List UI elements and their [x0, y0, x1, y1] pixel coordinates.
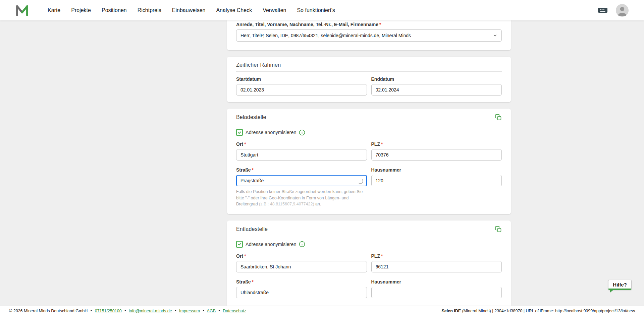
enddatum-label: Enddatum	[371, 76, 502, 82]
info-icon[interactable]	[299, 241, 305, 247]
chevron-down-icon	[493, 33, 497, 38]
entladestelle-hausnummer-input[interactable]	[371, 287, 502, 298]
hausnummer-label: Hausnummer	[371, 167, 502, 173]
enddatum-field: Enddatum	[371, 76, 502, 96]
hausnummer-label: Hausnummer	[371, 279, 502, 285]
beladestelle-card-title: Beladestelle	[236, 114, 266, 120]
beladestelle-strasse-input[interactable]	[236, 175, 367, 186]
beladestelle-plz-input[interactable]	[371, 149, 502, 161]
navbar-right	[598, 4, 629, 17]
copyright-text: © 2026 Mineral Minds Deutschland GmbH	[9, 309, 88, 313]
separator-dot: •	[218, 309, 220, 313]
user-avatar[interactable]	[616, 4, 629, 17]
divider	[236, 71, 502, 72]
footer-link-datenschutz[interactable]: Datenschutz	[223, 309, 246, 313]
footer-link-phone[interactable]: 07151/250100	[95, 309, 122, 313]
beladestelle-card: Beladestelle Adresse anonymisieren	[227, 109, 511, 214]
separator-dot: •	[175, 309, 176, 313]
beladestelle-ort-field: Ort*	[236, 141, 367, 161]
contact-card: Anrede, Titel, Vorname, Nachname, Tel.-N…	[227, 20, 511, 50]
timeframe-card: Zeitlicher Rahmen Startdatum Enddatum	[227, 57, 511, 102]
ort-label-text: Ort	[236, 141, 243, 147]
beladestelle-strasse-field: Straße* Falls die Position keiner Straße…	[236, 167, 367, 207]
required-asterisk: *	[244, 141, 246, 147]
anonymize-checkbox[interactable]	[236, 129, 243, 136]
nav-item-karte[interactable]: Karte	[48, 7, 60, 13]
nav-item-einbauweisen[interactable]: Einbauweisen	[172, 7, 206, 13]
entladestelle-strasse-input[interactable]	[236, 287, 367, 298]
required-asterisk: *	[381, 253, 383, 259]
contact-label-text: Anrede, Titel, Vorname, Nachname, Tel.-N…	[236, 22, 378, 27]
anonymize-checkbox[interactable]	[236, 241, 243, 248]
footer-env-details: (Mineral Minds) | 2304e1d38970 | URL of …	[461, 309, 635, 313]
top-navbar: Karte Projekte Positionen Richtpreis Ein…	[0, 0, 644, 20]
divider	[236, 236, 502, 236]
info-icon[interactable]	[299, 129, 305, 136]
nav-item-so-funktionierts[interactable]: So funktioniert's	[297, 7, 335, 13]
contact-select-value: Herr, TitelP, Selen, IDE, 0987/654321, s…	[240, 33, 411, 38]
required-asterisk: *	[381, 141, 383, 147]
nav-item-verwalten[interactable]: Verwalten	[263, 7, 286, 13]
required-asterisk: *	[379, 22, 381, 27]
plz-label: PLZ*	[371, 141, 502, 147]
entladestelle-plz-input[interactable]	[371, 261, 502, 272]
timeframe-card-title: Zeitlicher Rahmen	[236, 62, 281, 68]
separator-dot: •	[124, 309, 126, 313]
entladestelle-ort-field: Ort*	[236, 253, 367, 272]
plz-label-text: PLZ	[371, 141, 380, 147]
startdatum-label: Startdatum	[236, 76, 367, 82]
copy-icon[interactable]	[495, 226, 502, 233]
strasse-label-text: Straße	[236, 167, 251, 173]
footer-left: © 2026 Mineral Minds Deutschland GmbH • …	[9, 309, 246, 313]
check-icon	[238, 242, 241, 246]
mineral-minds-logo[interactable]	[15, 3, 30, 18]
form-column: Anrede, Titel, Vorname, Nachname, Tel.-N…	[227, 20, 511, 306]
required-asterisk: *	[252, 167, 254, 173]
enddatum-input[interactable]	[371, 84, 502, 96]
entladestelle-hausnummer-field: Hausnummer	[371, 279, 502, 298]
separator-dot: •	[91, 309, 92, 313]
entladestelle-ort-input[interactable]	[236, 261, 367, 272]
server-icon[interactable]	[598, 7, 608, 14]
check-icon	[238, 131, 241, 134]
required-asterisk: *	[252, 279, 254, 285]
strasse-helper-text: Falls die Position keiner Straße zugeord…	[236, 189, 367, 207]
copy-icon[interactable]	[495, 114, 502, 121]
nav-item-positionen[interactable]: Positionen	[102, 7, 127, 13]
logo-icon	[15, 4, 29, 17]
strasse-label-text: Straße	[236, 279, 251, 285]
nav-item-richtpreis[interactable]: Richtpreis	[138, 7, 161, 13]
footer-link-email[interactable]: info@mineral-minds.de	[129, 309, 172, 313]
beladestelle-ort-input[interactable]	[236, 149, 367, 161]
help-button[interactable]: Hilfe?	[608, 280, 632, 290]
startdatum-field: Startdatum	[236, 76, 367, 96]
startdatum-input[interactable]	[236, 84, 367, 96]
beladestelle-plz-field: PLZ*	[371, 141, 502, 161]
strasse-label: Straße*	[236, 279, 367, 285]
helper-text-after: an.	[314, 202, 321, 206]
entladestelle-plz-field: PLZ*	[371, 253, 502, 272]
footer: © 2026 Mineral Minds Deutschland GmbH • …	[0, 306, 644, 316]
nav-item-projekte[interactable]: Projekte	[71, 7, 91, 13]
contact-select[interactable]: Herr, TitelP, Selen, IDE, 0987/654321, s…	[236, 29, 502, 42]
entladestelle-card: Entladestelle Adresse anonymisieren	[227, 220, 511, 306]
beladestelle-hausnummer-field: Hausnummer	[371, 167, 502, 207]
entladestelle-strasse-field: Straße*	[236, 279, 367, 298]
entladestelle-card-title: Entladestelle	[236, 226, 268, 232]
anonymize-label: Adresse anonymisieren	[246, 242, 297, 247]
strasse-label: Straße*	[236, 167, 367, 173]
footer-link-impressum[interactable]: Impressum	[179, 309, 200, 313]
plz-label: PLZ*	[371, 253, 502, 259]
footer-env-info: Selen IDE (Mineral Minds) | 2304e1d38970…	[442, 309, 635, 313]
anonymize-row: Adresse anonymisieren	[236, 129, 502, 136]
separator-dot: •	[203, 309, 204, 313]
nav-item-analyse-check[interactable]: Analyse Check	[216, 7, 252, 13]
beladestelle-hausnummer-input[interactable]	[371, 175, 502, 186]
anonymize-row: Adresse anonymisieren	[236, 241, 502, 248]
footer-app-name: Selen IDE	[442, 309, 461, 313]
ort-label: Ort*	[236, 253, 367, 259]
plz-label-text: PLZ	[371, 253, 380, 259]
ort-label-text: Ort	[236, 253, 243, 259]
helper-geo-example: (z.B.: 48.8115607,9.4077422)	[259, 202, 314, 206]
footer-link-agb[interactable]: AGB	[207, 309, 216, 313]
